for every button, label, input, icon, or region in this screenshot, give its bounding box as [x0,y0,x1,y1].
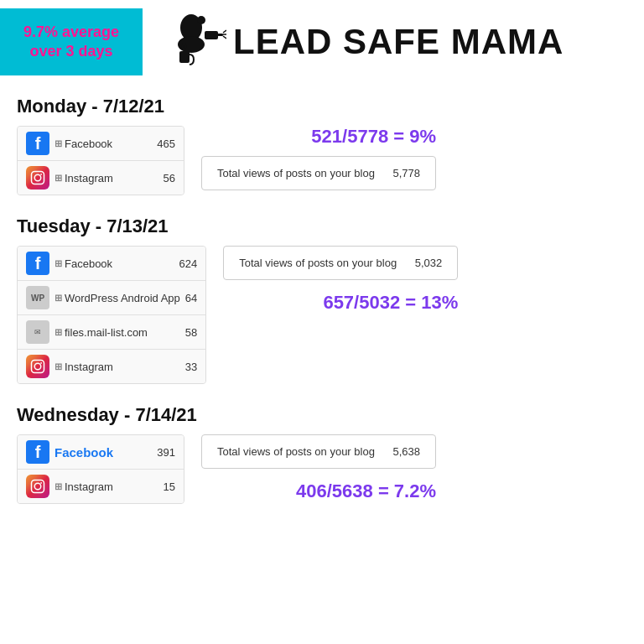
page-wrapper: 9.7% average over 3 days [0,0,644,644]
social-count-tuesday-3: 33 [185,361,197,373]
blog-count-monday: 5,778 [392,167,420,179]
svg-point-10 [34,174,41,181]
plus-icon: ⊞ [55,258,62,269]
right-col-wednesday: Total views of posts on your blog5,63840… [201,434,436,506]
blog-label-monday: Total views of posts on your blog [217,167,375,179]
social-row-monday-0: f⊞ Facebook465 [18,127,184,161]
social-widget-tuesday: f⊞ Facebook624WP⊞ WordPress Android App6… [17,246,206,384]
blog-widget-tuesday: Total views of posts on your blog5,032 [223,246,458,280]
social-label-wednesday-1: ⊞ Instagram [55,480,158,493]
facebook-icon: f [26,440,49,464]
badge-line2: over 3 days [29,43,112,60]
plus-icon: ⊞ [55,481,62,492]
plus-icon: ⊞ [55,361,62,372]
social-label-wednesday-0: Facebook [55,445,152,460]
header: 9.7% average over 3 days [0,0,644,84]
day-content-monday: f⊞ Facebook465 ⊞ Instagram56521/5778 = 9… [17,126,627,195]
day-title-wednesday: Wednesday - 7/14/21 [17,404,627,426]
header-badge: 9.7% average over 3 days [0,8,143,75]
svg-point-1 [197,16,205,24]
instagram-icon [26,475,49,498]
social-count-wednesday-0: 391 [157,446,175,459]
ratio-text-tuesday: 657/5032 = 13% [323,292,458,317]
days-container: Monday - 7/12/21f⊞ Facebook465 ⊞ Instagr… [0,84,644,514]
social-widget-monday: f⊞ Facebook465 ⊞ Instagram56 [17,126,184,195]
social-count-wednesday-1: 15 [164,480,175,493]
social-row-monday-1: ⊞ Instagram56 [18,161,184,195]
social-label-tuesday-1: ⊞ WordPress Android App [55,292,180,304]
ratio-text-wednesday: 406/5638 = 7.2% [296,480,436,506]
logo-text: Lead Safe Mama [233,22,564,62]
right-col-monday: 521/5778 = 9%Total views of posts on you… [201,126,436,190]
svg-rect-9 [32,172,44,184]
blog-widget-monday: Total views of posts on your blog5,778 [201,156,436,190]
social-row-tuesday-1: WP⊞ WordPress Android App64 [18,281,205,315]
social-count-tuesday-0: 624 [179,257,198,270]
svg-line-5 [223,30,226,33]
svg-point-13 [34,363,41,370]
social-count-tuesday-2: 58 [185,326,197,339]
social-label-tuesday-2: ⊞ files.mail-list.com [55,326,180,339]
right-col-tuesday: Total views of posts on your blog5,03265… [223,246,458,317]
social-count-tuesday-1: 64 [185,292,197,304]
blog-count-wednesday: 5,638 [392,445,420,458]
svg-point-17 [40,482,42,484]
social-row-tuesday-3: ⊞ Instagram33 [18,350,205,383]
svg-rect-15 [32,480,44,493]
badge-line1: 9.7% average [23,23,119,40]
plus-icon: ⊞ [55,293,62,304]
mail-icon: ✉ [26,320,49,344]
blog-label-wednesday: Total views of posts on your blog [217,445,375,458]
day-content-wednesday: fFacebook391 ⊞ Instagram15Total views of… [17,434,627,506]
facebook-icon: f [26,252,49,275]
social-count-monday-0: 465 [157,138,175,150]
svg-point-14 [40,362,42,364]
plus-icon: ⊞ [55,138,62,149]
social-row-wednesday-0: fFacebook391 [18,435,184,470]
svg-rect-8 [179,51,190,63]
svg-line-7 [223,36,226,39]
social-row-tuesday-2: ✉⊞ files.mail-list.com58 [18,315,205,350]
ratio-top-monday: 521/5778 = 9% [201,126,436,148]
plus-icon: ⊞ [55,327,62,338]
header-logo: Lead Safe Mama [159,13,631,71]
blog-widget-wednesday: Total views of posts on your blog5,638 [201,434,436,469]
wordpress-icon: WP [26,286,49,309]
svg-rect-3 [205,31,218,39]
social-label-tuesday-3: ⊞ Instagram [55,361,180,373]
social-label-monday-1: ⊞ Instagram [55,172,158,184]
day-section-tuesday: Tuesday - 7/13/21f⊞ Facebook624WP⊞ WordP… [0,204,644,392]
svg-rect-4 [216,34,223,36]
social-widget-wednesday: fFacebook391 ⊞ Instagram15 [17,434,184,504]
svg-rect-12 [32,361,44,373]
facebook-icon: f [26,132,49,155]
logo-silhouette-icon [159,13,226,71]
day-content-tuesday: f⊞ Facebook624WP⊞ WordPress Android App6… [17,246,627,384]
blog-label-tuesday: Total views of posts on your blog [239,257,397,269]
day-section-monday: Monday - 7/12/21f⊞ Facebook465 ⊞ Instagr… [0,84,644,204]
social-count-monday-1: 56 [164,172,175,184]
day-title-monday: Monday - 7/12/21 [17,96,627,117]
plus-icon: ⊞ [55,173,62,184]
social-row-tuesday-0: f⊞ Facebook624 [18,247,205,281]
social-name-link-wednesday-0[interactable]: Facebook [55,445,113,460]
social-row-wednesday-1: ⊞ Instagram15 [18,470,184,503]
day-title-tuesday: Tuesday - 7/13/21 [17,216,627,237]
social-label-tuesday-0: ⊞ Facebook [55,257,174,270]
blog-count-tuesday: 5,032 [415,257,443,269]
svg-point-11 [40,174,42,175]
social-label-monday-0: ⊞ Facebook [55,138,152,150]
svg-point-16 [34,483,41,490]
day-section-wednesday: Wednesday - 7/14/21fFacebook391 ⊞ Instag… [0,392,644,514]
instagram-icon [26,166,49,190]
instagram-icon [26,355,49,378]
